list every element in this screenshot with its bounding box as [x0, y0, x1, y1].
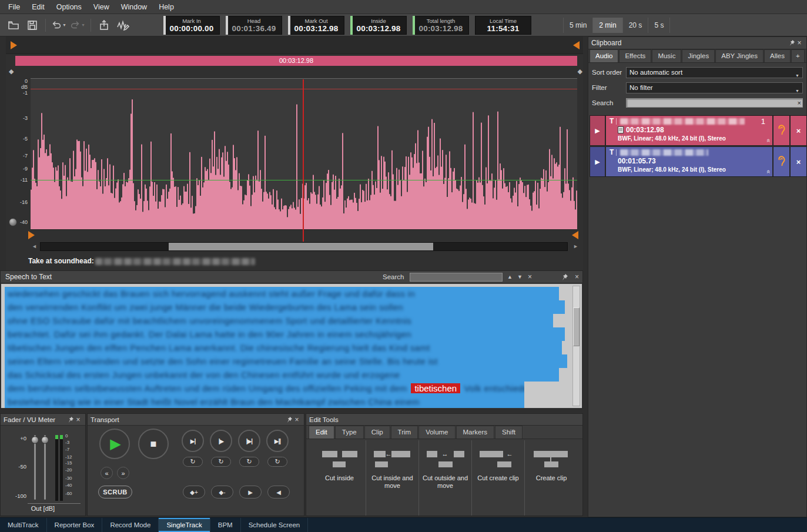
- left-diamond-marker-icon[interactable]: ◆: [9, 68, 14, 75]
- transcript-line[interactable]: betrachtet. Dafür sei ihm gedankt. Der D…: [5, 327, 565, 341]
- menu-options[interactable]: Options: [51, 0, 88, 14]
- play-between-marks-button[interactable]: |▶|: [238, 430, 260, 452]
- workspace-tab-multitrack[interactable]: MultiTrack: [0, 518, 47, 532]
- transcript-line[interactable]: das Schicksal des ersten Jungen unbekann…: [5, 368, 559, 382]
- search-next-icon[interactable]: ▼: [517, 273, 523, 281]
- close-panel-icon[interactable]: ×: [575, 273, 579, 282]
- loop-button-2[interactable]: ↻: [211, 457, 231, 467]
- play-from-mark-button[interactable]: |▶: [210, 430, 232, 452]
- item-play-button[interactable]: ▶: [590, 147, 606, 176]
- clipboard-search-input[interactable]: ×: [626, 98, 803, 108]
- zoom-2min-button[interactable]: 2 min: [593, 18, 622, 33]
- undo-icon[interactable]: ▼: [51, 18, 66, 33]
- item-body[interactable]: T 00:01:05.73 BWF, Linear; 48.0 kHz, 24 …: [606, 147, 772, 176]
- create-clip-tool[interactable]: Create clip: [525, 440, 578, 516]
- add-marker-button[interactable]: ◆+: [183, 486, 205, 498]
- speech-search-input[interactable]: [410, 273, 503, 282]
- cut-outside-move-tool[interactable]: ↔ Cut outside and move: [419, 440, 472, 516]
- pin-icon[interactable]: [286, 416, 293, 423]
- tab-alles[interactable]: Alles: [764, 49, 791, 62]
- transcript-line[interactable]: tibetischen Jungen den elften Penchen La…: [5, 341, 562, 354]
- speech-transcript[interactable]: wiedersehen geschickt das Brauen sich he…: [1, 284, 582, 408]
- transcript-line[interactable]: seinen Eltern verschwinden und setzte de…: [5, 354, 567, 368]
- loop-button-3[interactable]: ↻: [239, 457, 259, 467]
- zoom-5min-button[interactable]: 5 min: [563, 18, 593, 33]
- selection-duration-bar[interactable]: 00:03:12.98: [15, 56, 577, 66]
- scroll-right-icon[interactable]: ►: [573, 243, 578, 249]
- close-panel-icon[interactable]: ×: [293, 416, 301, 424]
- item-body[interactable]: T 1 00:03:12.98 BWF, Linear; 48.0 kHz, 2…: [606, 116, 772, 145]
- pin-icon[interactable]: [789, 39, 795, 46]
- tab-music[interactable]: Music: [652, 49, 681, 62]
- workspace-tab-reporter-box[interactable]: Reporter Box: [47, 518, 103, 532]
- workspace-tab-singletrack[interactable]: SingleTrack: [159, 518, 210, 532]
- collapse-chevron-icon[interactable]: «: [766, 139, 772, 142]
- workspace-tab-schedule-screen[interactable]: Schedule Screen: [241, 518, 309, 532]
- cut-inside-move-tool[interactable]: ← Cut inside and move: [366, 440, 419, 516]
- transcript-line[interactable]: ohne ESO Schraube dafür mit beachtlichem…: [5, 314, 553, 327]
- menu-help[interactable]: Help: [153, 0, 180, 14]
- mark-out-flag-icon[interactable]: [573, 41, 580, 49]
- scrollbar-thumb[interactable]: [169, 243, 433, 250]
- close-panel-icon[interactable]: ×: [74, 416, 82, 424]
- tab-effects[interactable]: Effects: [619, 49, 651, 62]
- search-clear-icon[interactable]: ×: [528, 273, 532, 282]
- pin-icon[interactable]: [561, 273, 568, 281]
- workspace-tab-bpm[interactable]: BPM: [210, 518, 241, 532]
- right-diamond-marker-icon[interactable]: ◆: [578, 68, 582, 75]
- tab-jingles[interactable]: Jingles: [682, 49, 715, 62]
- menu-file[interactable]: File: [2, 0, 26, 14]
- search-prev-icon[interactable]: ▲: [507, 273, 513, 281]
- clipboard-item[interactable]: ▶ T 00:01:05.73 BWF, Linear; 48.0 kHz, 2…: [590, 147, 806, 176]
- waveform-edit-icon[interactable]: [115, 18, 130, 33]
- transcript-line[interactable]: wiedersehen geschickt das Brauen sich he…: [5, 287, 559, 300]
- item-play-button[interactable]: ▶: [590, 116, 606, 145]
- tab-trim[interactable]: Trim: [391, 426, 418, 439]
- tab-audio[interactable]: Audio: [590, 49, 618, 62]
- mark-in-flag-icon[interactable]: [11, 41, 17, 49]
- clear-search-icon[interactable]: ×: [798, 99, 801, 107]
- fader-knob-right[interactable]: [41, 436, 49, 444]
- transcript-line[interactable]: bestehend klang wie in einer Stadt heißt…: [5, 395, 524, 408]
- tab-type[interactable]: Type: [335, 426, 364, 439]
- stop-button[interactable]: ■: [138, 429, 169, 459]
- delete-item-button[interactable]: ×: [789, 147, 806, 176]
- skip-forward-button[interactable]: »: [117, 467, 129, 479]
- scrub-button[interactable]: SCRUB: [98, 486, 132, 498]
- export-take-icon[interactable]: [96, 18, 112, 33]
- tab-shift[interactable]: Shift: [495, 426, 523, 439]
- search-hit-word[interactable]: tibetischen: [411, 383, 460, 393]
- collapse-chevron-icon[interactable]: «: [766, 170, 772, 173]
- workspace-tab-record-mode[interactable]: Record Mode: [102, 518, 159, 532]
- selection-ruler[interactable]: [6, 36, 583, 54]
- sort-order-dropdown[interactable]: No automatic sort▼: [626, 67, 803, 78]
- transcript-line-highlighted[interactable]: dem berühmten selbstbewussten Auftreten …: [5, 382, 524, 395]
- loop-start-flag-icon[interactable]: [28, 231, 35, 239]
- zoom-20s-button[interactable]: 20 s: [623, 18, 649, 33]
- delete-item-button[interactable]: ×: [789, 116, 806, 145]
- playhead-cursor[interactable]: [303, 79, 304, 242]
- tab-edit[interactable]: Edit: [309, 426, 334, 439]
- gain-knob[interactable]: [9, 218, 17, 226]
- transcript-scrollbar-thumb[interactable]: [573, 307, 580, 346]
- fader-track-right[interactable]: [44, 435, 46, 500]
- cut-inside-tool[interactable]: Cut inside: [313, 440, 366, 516]
- scroll-left-icon[interactable]: ◄: [32, 243, 37, 249]
- play-to-mark-button[interactable]: ▶|: [182, 430, 204, 452]
- play-pause-button[interactable]: ▶||: [266, 430, 289, 452]
- pin-icon[interactable]: [68, 416, 74, 423]
- menu-edit[interactable]: Edit: [26, 0, 51, 14]
- redo-icon[interactable]: ▼: [70, 18, 85, 33]
- tab-markers[interactable]: Markers: [456, 426, 495, 439]
- prelisten-button[interactable]: [772, 147, 789, 176]
- tab-clip[interactable]: Clip: [364, 426, 390, 439]
- menu-view[interactable]: View: [88, 0, 115, 14]
- prelisten-button[interactable]: [772, 116, 789, 145]
- scrollbar-track[interactable]: [40, 242, 568, 251]
- loop-button-4[interactable]: ↻: [267, 457, 287, 467]
- waveform-canvas[interactable]: [31, 79, 577, 229]
- open-folder-icon[interactable]: [6, 18, 21, 33]
- play-button[interactable]: ▶: [99, 429, 130, 459]
- zoom-5s-button[interactable]: 5 s: [648, 18, 670, 33]
- previous-marker-button[interactable]: ◀: [267, 486, 290, 498]
